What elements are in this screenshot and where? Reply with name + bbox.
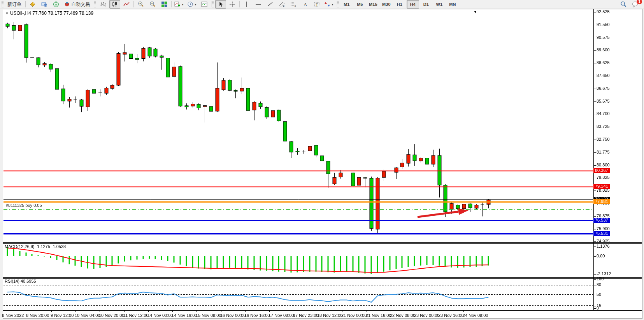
price-tick-label: 1.1376	[597, 244, 610, 248]
templates-icon[interactable]	[199, 0, 210, 9]
toolbar-separator	[25, 1, 26, 7]
scale-tick	[594, 50, 596, 51]
timeframe-w1[interactable]: W1	[433, 0, 446, 9]
timeframe-m30[interactable]: M30	[380, 0, 393, 9]
price-tick-label: 89.600	[597, 47, 610, 52]
crosshair-icon[interactable]	[227, 0, 238, 9]
time-tick	[367, 311, 367, 312]
price-tick-label: 100	[597, 276, 604, 281]
new-order-button[interactable]: 新订单	[5, 0, 24, 9]
svg-text:A: A	[304, 2, 307, 7]
trendline-icon[interactable]	[265, 0, 275, 9]
chart-symbol-title[interactable]: ▼USOil-,H4 77.760 78.175 77.469 78.139	[5, 10, 93, 16]
indicators-icon[interactable]: ▼	[173, 0, 185, 9]
zoom-out-icon[interactable]	[147, 0, 158, 9]
time-tick	[294, 311, 294, 312]
scale-tick	[594, 229, 596, 229]
svg-text:T: T	[316, 3, 318, 7]
time-tick-label: 18 Nov 12:00	[317, 313, 342, 318]
chevron-down-icon: ▼	[331, 3, 334, 6]
chevron-down-icon: ▼	[181, 3, 184, 6]
periods-icon[interactable]: ▼	[186, 0, 198, 9]
time-tick	[318, 311, 318, 312]
toolbar-right: 1	[618, 0, 644, 9]
equidistant-channel-icon[interactable]: E	[276, 0, 287, 9]
profiles-icon[interactable]	[39, 0, 50, 9]
scale-tick	[594, 165, 596, 166]
scale-tick	[594, 285, 596, 285]
toolbar-grip[interactable]	[94, 1, 96, 7]
scale-tick	[594, 308, 596, 309]
scale-tick	[594, 247, 596, 247]
market-watch-icon[interactable]	[27, 0, 38, 9]
time-tick	[221, 311, 221, 312]
time-tick-label: 17 Nov 08:00	[268, 313, 294, 318]
chart-shift-marker-icon[interactable]: ▼	[474, 10, 477, 14]
signals-icon[interactable]	[51, 0, 61, 9]
scale-tick	[594, 279, 596, 280]
timeframe-h4[interactable]: H4	[407, 0, 419, 9]
price-chart-canvas[interactable]	[3, 9, 593, 311]
time-tick-label: 10 Nov 04:00	[75, 313, 100, 318]
price-tick-label: 79.825	[597, 175, 610, 180]
time-tick-label: 24 Nov 08:00	[463, 313, 488, 318]
chevron-down-icon: ▼	[194, 3, 197, 6]
tile-windows-icon[interactable]	[159, 0, 170, 9]
search-icon[interactable]	[618, 0, 629, 9]
time-tick-label: 21 Nov 16:00	[366, 313, 391, 318]
time-tick	[3, 311, 3, 312]
timeframe-m1[interactable]: M1	[340, 0, 353, 9]
timeframe-m15[interactable]: M15	[367, 0, 379, 9]
chat-icon[interactable]: 1	[630, 0, 640, 9]
open-order-label: #8111325 buy 0.05	[6, 203, 42, 208]
arrows-icon[interactable]: ▼	[323, 0, 335, 9]
time-tick-label: 11 Nov 12:00	[123, 313, 149, 318]
time-tick-label: 9 Nov 12:00	[51, 313, 74, 318]
scale-tick	[594, 63, 596, 63]
vertical-line-icon[interactable]	[241, 0, 252, 9]
line-chart-icon[interactable]	[121, 0, 132, 9]
time-tick	[27, 311, 27, 312]
time-tick-label: 23 Nov 16:00	[438, 313, 463, 318]
text-label-icon[interactable]: T	[311, 0, 322, 9]
timeframe-h1[interactable]: H1	[393, 0, 406, 9]
bar-chart-icon[interactable]	[98, 0, 109, 9]
timeframe-m5[interactable]: M5	[354, 0, 366, 9]
text-icon[interactable]: A	[300, 0, 311, 9]
price-tick-label: 74.925	[597, 239, 610, 243]
price-tick-label: 90.575	[597, 35, 610, 40]
toolbar-grip[interactable]	[337, 1, 339, 7]
price-tick-label: 81.775	[597, 150, 610, 154]
price-tick-label: 92.525	[597, 9, 610, 14]
price-scale[interactable]: 92.52591.55090.57589.60088.62587.65086.6…	[593, 9, 642, 318]
cursor-icon[interactable]	[215, 0, 226, 9]
mt4-terminal: 新订单自动交易▼▼EFAT▼M1M5M15M30H1H4D1W1MN1 ▼USO…	[0, 0, 644, 320]
scale-tick	[594, 178, 596, 178]
time-tick	[342, 311, 342, 312]
scale-tick	[594, 25, 596, 25]
horizontal-line-icon[interactable]	[253, 0, 264, 9]
scale-tick	[594, 127, 596, 127]
price-tick-label: 87.650	[597, 73, 610, 78]
timeframe-mn[interactable]: MN	[446, 0, 459, 9]
time-tick	[100, 311, 100, 312]
toolbar-grip[interactable]	[211, 1, 214, 7]
time-tick-label: 16 Nov 16:00	[244, 313, 270, 318]
pane-separator[interactable]	[3, 242, 642, 243]
auto-trading-button[interactable]: 自动交易	[62, 0, 92, 9]
price-tick-label: 80.800	[597, 163, 610, 167]
time-tick	[415, 311, 415, 312]
price-level-badge: 80.367	[593, 168, 610, 173]
scale-tick	[594, 114, 596, 114]
fibonacci-icon[interactable]: F	[288, 0, 299, 9]
time-tick	[172, 311, 173, 312]
candlestick-chart-icon[interactable]	[109, 0, 120, 9]
pane-separator[interactable]	[3, 277, 642, 278]
timeframe-d1[interactable]: D1	[420, 0, 432, 9]
time-tick-label: 17 Nov 23:00	[293, 313, 318, 318]
zoom-in-icon[interactable]	[135, 0, 146, 9]
chevron-down-icon: ▼	[5, 12, 9, 15]
toolbar-separator	[171, 1, 172, 7]
time-axis-border	[3, 310, 642, 311]
toolbar-grip[interactable]	[1, 1, 4, 7]
